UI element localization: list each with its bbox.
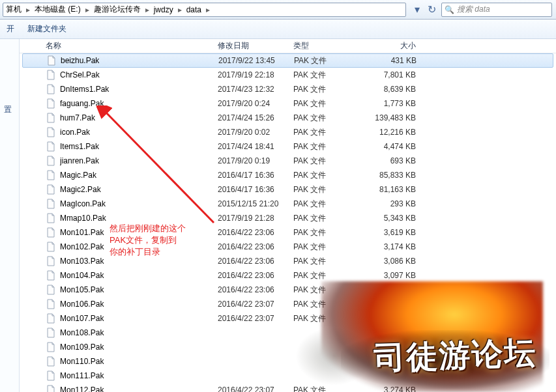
file-size: 8,639 KB [364,85,416,94]
file-date: 2017/9/22 13:45 [218,56,294,65]
file-row[interactable]: Mon111.Pak [20,369,556,383]
file-icon [46,313,56,324]
breadcrumb-segment[interactable]: 趣游论坛传奇 [91,4,143,15]
file-size: 3,097 KB [364,271,416,280]
file-size: 293 KB [364,199,416,208]
sidebar: 置 [0,39,20,392]
address-bar: 算机▸本地磁盘 (E:)▸趣游论坛传奇▸jwdzy▸data▸ ▾ ↻ 🔍 搜索… [0,0,556,20]
file-row[interactable]: DnItems1.Pak2017/4/23 12:32PAK 文件8,639 K… [20,82,556,96]
header-type[interactable]: 类型 [293,40,364,51]
file-icon [46,328,56,338]
breadcrumb-separator[interactable]: ▸ [83,5,91,14]
header-size[interactable]: 大小 [364,40,416,51]
file-row[interactable]: Magic.Pak2016/4/17 16:36PAK 文件85,833 KB [20,168,556,182]
file-name: icon.Pak [60,128,218,137]
breadcrumb[interactable]: 算机▸本地磁盘 (E:)▸趣游论坛传奇▸jwdzy▸data▸ [3,3,406,17]
file-icon [46,113,56,123]
breadcrumb-separator[interactable]: ▸ [204,5,212,14]
file-date: 2016/4/22 23:07 [218,314,293,323]
file-icon [46,256,56,266]
file-size: 3,274 KB [364,385,416,392]
file-name: DnItems1.Pak [60,85,218,94]
file-row[interactable]: Mon106.Pak2016/4/22 23:07PAK 文件627 KB [20,297,556,311]
file-row[interactable]: Mon112.Pak2016/4/22 23:07PAK 文件3,274 KB [20,383,556,392]
file-name: beizhu.Pak [61,56,218,65]
file-row[interactable]: Items1.Pak2017/4/24 18:41PAK 文件4,474 KB [20,139,556,154]
refresh-icon[interactable]: ↻ [426,4,437,16]
file-type: PAK 文件 [293,113,364,124]
file-date: 2017/4/24 18:41 [218,142,293,151]
file-row[interactable]: Mon104.Pak2016/4/22 23:06PAK 文件3,097 KB [20,268,556,283]
breadcrumb-segment[interactable]: jwdzy [151,5,176,14]
file-name: Mmap10.Pak [60,214,218,223]
file-date: 2017/9/19 22:18 [218,70,293,79]
file-size: 693 KB [364,156,416,165]
new-folder-button[interactable]: 新建文件夹 [21,20,73,38]
file-row[interactable]: Mon103.Pak2016/4/22 23:06PAK 文件3,086 KB [20,254,556,268]
file-name: Mon112.Pak [60,385,218,392]
breadcrumb-segment[interactable]: data [184,5,204,14]
file-size: 5,343 KB [364,214,416,223]
file-name: Mon106.Pak [60,300,218,309]
file-date: 2017/9/20 0:19 [218,156,293,165]
file-icon [46,184,56,195]
file-name: ChrSel.Pak [60,70,218,79]
file-row[interactable]: MagIcon.Pak2015/12/15 21:20PAK 文件293 KB [20,197,556,211]
file-size: 1,773 KB [364,99,416,108]
file-row[interactable]: beizhu.Pak2017/9/22 13:45PAK 文件431 KB [22,53,553,68]
file-row[interactable]: Magic2.Pak2016/4/17 16:36PAK 文件81,163 KB [20,182,556,197]
file-row[interactable]: icon.Pak2017/9/20 0:02PAK 文件12,216 KB [20,125,556,139]
breadcrumb-separator[interactable]: ▸ [176,5,184,14]
nav-dropdown-icon[interactable]: ▾ [411,4,423,16]
file-row[interactable]: ChrSel.Pak2017/9/19 22:18PAK 文件7,801 KB [20,68,556,82]
file-row[interactable]: Mon101.Pak2016/4/22 23:06PAK 文件3,619 KB [20,225,556,240]
header-date[interactable]: 修改日期 [218,40,293,51]
file-row[interactable]: Mmap10.Pak2017/9/19 21:28PAK 文件5,343 KB [20,211,556,225]
file-icon [46,84,56,94]
file-size: 4,474 KB [364,142,416,151]
file-icon [46,156,56,166]
file-name: Mon104.Pak [60,271,218,280]
file-type: PAK 文件 [293,385,364,393]
file-type: PAK 文件 [293,199,364,210]
file-row[interactable]: faguang.Pak2017/9/20 0:24PAK 文件1,773 KB [20,96,556,111]
file-row[interactable]: Mon107.Pak2016/4/22 23:07PAK 文件 [20,311,556,326]
search-input[interactable]: 🔍 搜索 data [441,3,552,17]
file-row[interactable]: Mon108.Pak [20,326,556,340]
breadcrumb-separator[interactable]: ▸ [143,5,151,14]
file-name: Mon102.Pak [60,242,218,251]
file-date: 2017/4/23 12:32 [218,85,293,94]
file-icon [46,70,56,80]
file-name: Mon103.Pak [60,257,218,266]
file-name: Mon111.Pak [60,371,218,380]
header-name[interactable]: 名称 [46,40,218,51]
file-date: 2016/4/22 23:07 [218,300,293,309]
sidebar-label: 置 [0,104,19,115]
breadcrumb-segment[interactable]: 算机 [3,4,24,15]
file-row[interactable]: Mon110.Pak [20,354,556,369]
file-row[interactable]: Mon102.Pak2016/4/22 23:06PAK 文件3,174 KB [20,240,556,254]
file-type: PAK 文件 [293,256,364,267]
file-icon [46,242,56,252]
breadcrumb-segment[interactable]: 本地磁盘 (E:) [32,4,83,15]
file-icon [46,227,56,238]
file-type: PAK 文件 [293,127,364,138]
file-date: 2016/4/22 23:06 [218,242,293,251]
file-date: 2016/4/22 23:06 [218,257,293,266]
breadcrumb-separator[interactable]: ▸ [24,5,32,14]
file-row[interactable]: jianren.Pak2017/9/20 0:19PAK 文件693 KB [20,154,556,168]
file-name: Mon107.Pak [60,314,218,323]
file-icon [46,55,57,66]
file-row[interactable]: Mon105.Pak2016/4/22 23:06PAK 文件4,283 KB [20,283,556,297]
file-type: PAK 文件 [293,98,364,109]
file-icon [46,299,56,309]
open-button[interactable]: 开 [0,20,21,38]
file-date: 2016/4/22 23:07 [218,385,293,392]
file-row[interactable]: Mon109.Pak [20,340,556,354]
file-name: Mon108.Pak [60,328,218,337]
file-date: 2016/4/22 23:06 [218,271,293,280]
file-icon [46,371,56,381]
file-list: 名称 修改日期 类型 大小 beizhu.Pak2017/9/22 13:45P… [20,39,556,392]
file-row[interactable]: hum7.Pak2017/4/24 15:26PAK 文件139,483 KB [20,111,556,125]
file-name: hum7.Pak [60,113,218,122]
